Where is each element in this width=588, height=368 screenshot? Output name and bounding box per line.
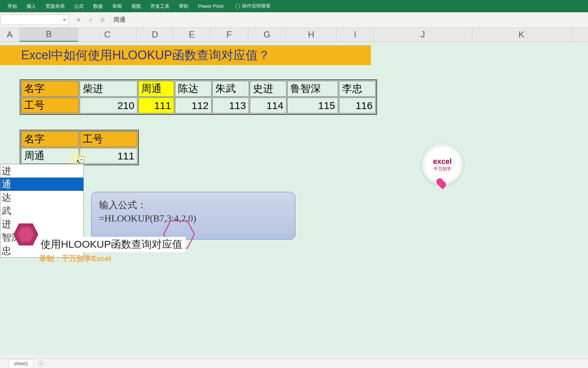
accept-formula-icon[interactable]: ✓ xyxy=(86,16,95,24)
t1-id-cell[interactable]: 210 xyxy=(80,97,137,113)
t1-name-cell[interactable]: 鲁智深 xyxy=(287,81,338,97)
col-header-I[interactable]: I xyxy=(337,28,374,42)
t1-name-cell[interactable]: 李忠 xyxy=(339,81,376,97)
caption-title: 使用HLOOKUP函数查询对应值 xyxy=(39,237,186,252)
fx-icon[interactable]: fx xyxy=(99,16,107,24)
dropdown-item[interactable]: 武 xyxy=(0,204,83,217)
t1-name-cell[interactable]: 朱武 xyxy=(212,81,249,97)
name-box[interactable] xyxy=(1,15,69,25)
watermark-logo: excel 千万别学 xyxy=(422,144,463,185)
dropdown-item[interactable]: 进 xyxy=(0,164,83,178)
col-header-E[interactable]: E xyxy=(174,28,210,42)
sheet-tab-1[interactable]: sheet1 xyxy=(9,359,33,367)
t1-id-cell[interactable]: 115 xyxy=(287,97,338,113)
t1-name-cell[interactable]: 柴进 xyxy=(80,81,137,97)
t1-id-cell[interactable]: 113 xyxy=(212,97,249,113)
t1-id-cell[interactable]: 114 xyxy=(250,97,287,113)
col-header-C[interactable]: C xyxy=(78,28,137,42)
t1-id-cell[interactable]: 111 xyxy=(138,97,174,113)
data-table-1: 名字柴进周通陈达朱武史进鲁智深李忠工号210111112113114115116 xyxy=(20,79,377,115)
ribbon-tab-powerpivot[interactable]: Power Pivot xyxy=(193,0,228,12)
caption-author: 录制：千万别学Excel xyxy=(39,254,186,264)
t1-id-cell[interactable]: 116 xyxy=(339,97,376,113)
t1-rowlabel-name: 名字 xyxy=(21,81,79,97)
ribbon-tab-review[interactable]: 审阅 xyxy=(108,0,127,12)
dropdown-item[interactable]: 达 xyxy=(0,191,83,204)
col-header-G[interactable]: G xyxy=(248,28,286,42)
ribbon-tab-view[interactable]: 视图 xyxy=(127,0,146,12)
col-header-B[interactable]: B xyxy=(20,28,78,42)
t1-rowlabel-id: 工号 xyxy=(21,97,79,113)
col-header-A[interactable]: A xyxy=(0,28,20,42)
column-headers: ABCDEFGHIJK xyxy=(0,28,588,42)
logo-text-2: 千万别学 xyxy=(434,166,451,172)
tell-me-search[interactable]: 操作说明搜索 xyxy=(235,3,271,9)
t1-id-cell[interactable]: 112 xyxy=(175,97,212,113)
formula-input[interactable]: 周通 xyxy=(110,15,588,25)
ribbon-tab-layout[interactable]: 页面布局 xyxy=(41,0,69,12)
col-header-F[interactable]: F xyxy=(210,28,248,42)
col-header-D[interactable]: D xyxy=(137,28,174,42)
sheet-tabs: sheet1 + xyxy=(0,358,588,368)
cancel-formula-icon[interactable]: ✕ xyxy=(74,16,82,24)
logo-text-1: excel xyxy=(433,157,452,166)
ribbon-tab-dev[interactable]: 开发工具 xyxy=(146,0,174,12)
col-header-J[interactable]: J xyxy=(374,28,472,42)
spreadsheet: ABCDEFGHIJK Excel中如何使用HLOOKUP函数查询对应值？ 名字… xyxy=(0,28,588,355)
col-header-K[interactable]: K xyxy=(472,28,571,42)
dropdown-item[interactable]: 通 xyxy=(0,178,83,191)
lookup-header-id: 工号 xyxy=(80,131,137,147)
lookup-name-cell[interactable]: 周通 xyxy=(21,148,79,164)
t1-name-cell[interactable]: 陈达 xyxy=(175,81,212,97)
ribbon-tab-data[interactable]: 数据 xyxy=(88,0,108,12)
ribbon-tab-insert[interactable]: 插入 xyxy=(22,0,41,12)
lightbulb-icon xyxy=(235,4,240,9)
page-title: Excel中如何使用HLOOKUP函数查询对应值？ xyxy=(0,45,371,65)
hexagon-icon xyxy=(12,223,39,246)
heart-icon xyxy=(437,179,447,189)
t1-name-cell[interactable]: 史进 xyxy=(250,81,287,97)
video-caption: 使用HLOOKUP函数查询对应值 录制：千万别学Excel xyxy=(39,237,186,264)
formula-bar-area: ✕ ✓ fx 周通 xyxy=(0,12,588,28)
ribbon: 开始 插入 页面布局 公式 数据 审阅 视图 开发工具 帮助 Power Piv… xyxy=(0,0,588,12)
add-sheet-button[interactable]: + xyxy=(38,361,44,367)
lookup-header-name: 名字 xyxy=(21,131,79,147)
tell-me-label: 操作说明搜索 xyxy=(242,3,271,9)
ribbon-tab-start[interactable]: 开始 xyxy=(3,0,22,12)
lookup-id-cell[interactable]: 111 xyxy=(80,148,137,164)
ribbon-tab-help[interactable]: 帮助 xyxy=(174,0,193,12)
ribbon-tab-formula[interactable]: 公式 xyxy=(69,0,88,12)
t1-name-cell[interactable]: 周通 xyxy=(138,81,174,97)
col-header-H[interactable]: H xyxy=(286,28,337,42)
callout-label: 输入公式： xyxy=(99,198,288,212)
